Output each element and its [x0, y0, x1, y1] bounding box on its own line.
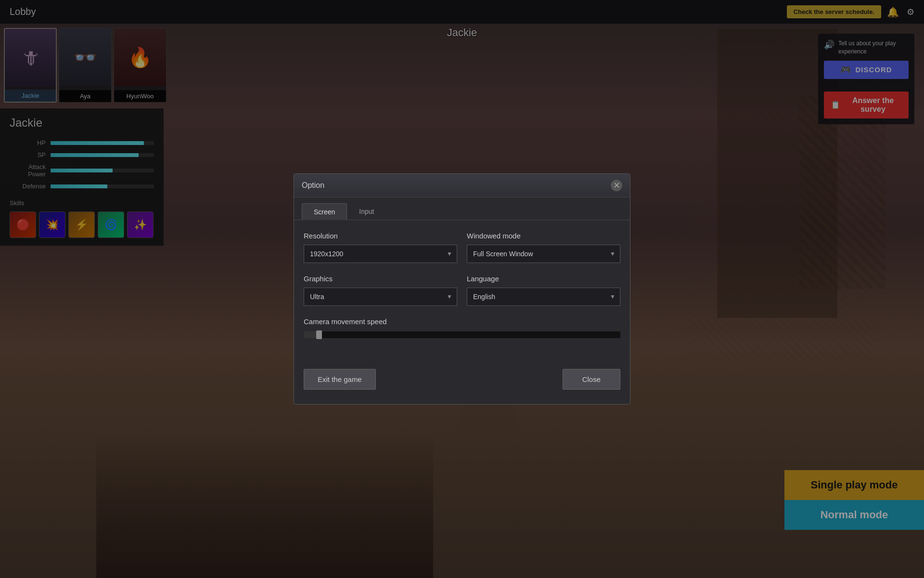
resolution-group: Resolution 1280x720 1920x1080 924x578 … — [304, 232, 457, 263]
resolution-select-wrapper: 1280x720 1920x1080 924x578 2560x1440 ▼ — [304, 245, 457, 263]
windowed-mode-select[interactable]: Windowed Full Screen Full Screen Window — [467, 245, 620, 263]
language-label: Language — [467, 275, 620, 283]
graphics-select[interactable]: Low Medium High Ultra — [304, 288, 457, 306]
resolution-windowed-row: Resolution 1280x720 1920x1080 924x578 … — [304, 232, 620, 263]
graphics-group: Graphics Low Medium High Ultra ▼ — [304, 275, 457, 306]
resolution-label: Resolution — [304, 232, 457, 240]
camera-speed-slider[interactable] — [304, 331, 620, 338]
camera-slider-thumb[interactable] — [316, 330, 322, 339]
option-dialog-footer: Exit the game Close — [294, 361, 630, 397]
graphics-select-wrapper: Low Medium High Ultra ▼ — [304, 288, 457, 306]
windowed-mode-select-wrapper: Windowed Full Screen Full Screen Window … — [467, 245, 620, 263]
tab-input[interactable]: Input — [347, 203, 386, 220]
language-select[interactable]: English Korean Japanese Chinese — [467, 288, 620, 306]
graphics-language-row: Graphics Low Medium High Ultra ▼ Languag… — [304, 275, 620, 306]
option-content: Resolution 1280x720 1920x1080 924x578 … — [294, 220, 630, 361]
windowed-mode-group: Windowed mode Windowed Full Screen Full … — [467, 232, 620, 263]
language-group: Language English Korean Japanese Chinese… — [467, 275, 620, 306]
camera-speed-label: Camera movement speed — [304, 317, 620, 326]
language-select-wrapper: English Korean Japanese Chinese ▼ — [467, 288, 620, 306]
exit-game-button[interactable]: Exit the game — [304, 369, 376, 390]
tab-screen[interactable]: Screen — [302, 203, 347, 220]
option-dialog-close-button[interactable]: ✕ — [611, 180, 622, 191]
camera-speed-section: Camera movement speed — [304, 317, 620, 338]
resolution-select[interactable]: 1280x720 1920x1080 924x578 2560x1440 — [304, 245, 457, 263]
close-dialog-button[interactable]: Close — [563, 369, 620, 390]
graphics-label: Graphics — [304, 275, 457, 283]
option-tabs: Screen Input — [294, 197, 630, 220]
windowed-mode-label: Windowed mode — [467, 232, 620, 240]
option-dialog: Option ✕ Screen Input Resolution 1280x72… — [294, 173, 630, 405]
modal-overlay: Option ✕ Screen Input Resolution 1280x72… — [0, 0, 924, 578]
option-dialog-title: Option — [302, 181, 324, 190]
option-dialog-header: Option ✕ — [294, 174, 630, 197]
